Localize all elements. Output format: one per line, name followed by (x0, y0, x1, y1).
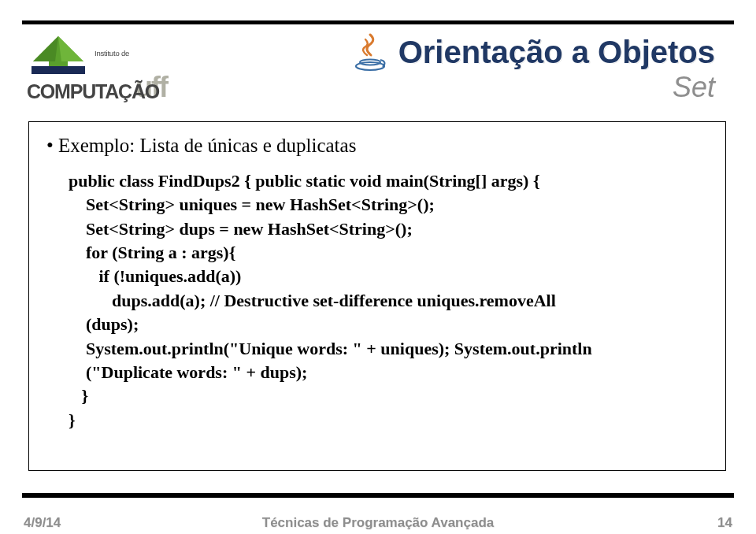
code-line: for (String a : args){ (69, 243, 235, 262)
footer-page-number: 14 (717, 515, 732, 531)
code-line: Set<String> dups = new HashSet<String>()… (69, 219, 413, 239)
code-line: dups.add(a); // Destructive set-differen… (69, 291, 556, 310)
institute-logo: Instituto de uff COMPUTAÇÃO (27, 35, 184, 110)
example-heading: • Exemplo: Lista de únicas e duplicatas (46, 135, 708, 157)
code-line: Set<String> uniques = new HashSet<String… (69, 195, 435, 214)
page-subtitle: Set (350, 71, 715, 104)
logo-text-line1: Instituto de (94, 49, 129, 57)
code-block: public class FindDups2 { public static v… (69, 169, 708, 432)
code-line: } (69, 410, 76, 430)
page-title: Orientação a Objetos (398, 35, 715, 70)
code-line: ("Duplicate words: " + dups); (69, 362, 307, 382)
bottom-rule (22, 493, 734, 498)
logo-arrow-icon (27, 35, 91, 82)
content-box: • Exemplo: Lista de únicas e duplicatas … (28, 121, 726, 471)
code-line: } (69, 386, 88, 406)
top-rule (22, 20, 734, 24)
footer: 4/9/14 Técnicas de Programação Avançada … (24, 515, 732, 531)
svg-marker-2 (58, 36, 83, 61)
svg-marker-3 (33, 36, 58, 61)
footer-date: 4/9/14 (24, 515, 61, 531)
java-icon (350, 32, 391, 72)
header-right: Orientação a Objetos Set (350, 32, 715, 104)
svg-marker-1 (33, 36, 83, 66)
svg-rect-0 (32, 66, 85, 74)
code-line: (dups); (69, 314, 139, 334)
logo-text-line2: COMPUTAÇÃO (27, 80, 159, 103)
code-line: public class FindDups2 { public static v… (69, 171, 540, 191)
code-line: System.out.println("Unique words: " + un… (69, 339, 592, 358)
code-line: if (!uniques.add(a)) (69, 266, 241, 286)
footer-center: Técnicas de Programação Avançada (24, 515, 732, 531)
